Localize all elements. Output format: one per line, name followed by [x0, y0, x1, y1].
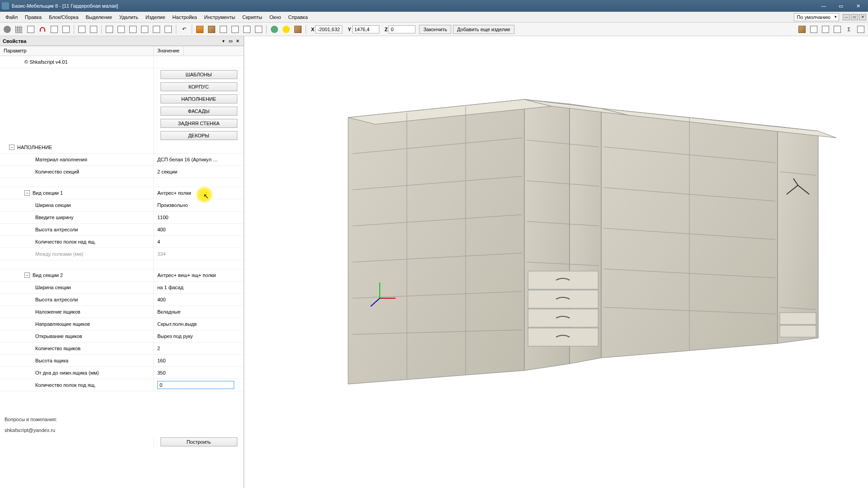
build-button[interactable]: Построить — [160, 437, 237, 446]
menu-file[interactable]: Файл — [2, 13, 21, 21]
script-name: © Shkafscript v4.01 — [0, 56, 154, 68]
collapse-icon[interactable]: − — [24, 272, 30, 278]
section1-header[interactable]: −Вид секции 1 — [0, 187, 154, 199]
tool-panel1-icon[interactable] — [218, 24, 229, 35]
layer-combo[interactable]: По умолчанию — [794, 13, 839, 21]
properties-titlebar: Свойства ▾ ▭ ✕ — [0, 36, 244, 46]
tool-panel4-icon[interactable] — [253, 24, 264, 35]
tool-grid-icon[interactable] — [14, 24, 24, 35]
menu-block[interactable]: Блок/Сборка — [45, 13, 82, 21]
prop-value[interactable]: Вырез под руку — [154, 330, 244, 342]
coord-x-value[interactable]: -2001,632 — [315, 25, 342, 33]
menu-window[interactable]: Окно — [266, 13, 285, 21]
panel-pin-icon[interactable]: ▾ — [220, 38, 226, 44]
menu-selection[interactable]: Выделение — [82, 13, 116, 21]
tool-export5-icon[interactable] — [855, 24, 866, 35]
prop-value[interactable]: 400 — [154, 224, 244, 235]
tool-undo-icon[interactable]: ↶ — [179, 24, 189, 35]
facades-button[interactable]: ФАСАДЫ — [160, 107, 237, 116]
tool-export1-icon[interactable] — [797, 24, 807, 35]
menu-tools[interactable]: Инструменты — [201, 13, 239, 21]
tool-export4-icon[interactable] — [832, 24, 843, 35]
menu-product[interactable]: Изделие — [142, 13, 169, 21]
mdi-minimize-button[interactable]: — — [843, 14, 850, 20]
svg-rect-20 — [528, 271, 598, 289]
prop-label: Между полками (мм) — [0, 248, 154, 260]
menu-delete[interactable]: Удалить — [116, 13, 142, 21]
add-product-button[interactable]: Добавить еще изделие — [453, 25, 514, 34]
prop-value[interactable]: 400 — [154, 294, 244, 305]
editing-input[interactable] — [157, 381, 234, 389]
tool-panel2-icon[interactable] — [230, 24, 241, 35]
prop-value[interactable]: Вкладные — [154, 306, 244, 318]
cursor-icon: ↖ — [203, 192, 209, 200]
prop-value[interactable]: на 1 фасад — [154, 282, 244, 293]
collapse-icon[interactable]: − — [9, 145, 14, 150]
coord-y-value[interactable]: 1476,4 — [352, 25, 379, 33]
menu-edit[interactable]: Правка — [21, 13, 45, 21]
prop-value[interactable]: Скрыт.полн.выдв — [154, 318, 244, 330]
filling-button[interactable]: НАПОЛНЕНИЕ — [160, 94, 237, 103]
menu-settings[interactable]: Настройка — [169, 13, 200, 21]
tool-dim-icon[interactable] — [61, 24, 71, 35]
coord-z-value[interactable]: 0 — [388, 25, 415, 33]
tool-sigma-icon[interactable]: Σ — [844, 24, 854, 35]
panel-close-icon[interactable]: ✕ — [235, 38, 241, 44]
tool-snap-icon[interactable] — [2, 24, 13, 35]
fill-material-value[interactable]: ДСП белая 16 (Артикул … — [154, 154, 244, 165]
tool-camera-icon[interactable] — [88, 24, 99, 35]
tool-refresh-icon[interactable] — [76, 24, 87, 35]
view-left-icon[interactable] — [127, 24, 138, 35]
prop-value[interactable]: 2 — [154, 343, 244, 354]
section-count-value[interactable]: 2 секции — [154, 166, 244, 178]
svg-rect-22 — [528, 309, 598, 327]
tool-light-icon[interactable] — [281, 24, 292, 35]
menu-help[interactable]: Справка — [285, 13, 311, 21]
section2-header[interactable]: −Вид секции 2 — [0, 269, 154, 281]
section2-value[interactable]: Антрес+ веш+ ящ+ полки — [154, 269, 244, 281]
decors-button[interactable]: ДЕКОРЫ — [160, 131, 237, 140]
tool-export3-icon[interactable] — [820, 24, 831, 35]
panel-max-icon[interactable]: ▭ — [227, 38, 234, 44]
body-button[interactable]: КОРПУС — [160, 82, 237, 91]
tool-panel3-icon[interactable] — [241, 24, 252, 35]
view-top-icon[interactable] — [163, 24, 174, 35]
feedback-email: shkafscript@yandex.ru — [0, 425, 244, 436]
prop-value[interactable]: Произвольно — [154, 199, 244, 211]
tool-material1-icon[interactable] — [194, 24, 205, 35]
section-filling-header[interactable]: −НАПОЛНЕНИЕ — [0, 141, 154, 153]
minimize-button[interactable]: — — [816, 1, 832, 10]
tool-export2-icon[interactable] — [808, 24, 819, 35]
mdi-restore-button[interactable]: ▭ — [851, 14, 858, 20]
tool-material2-icon[interactable] — [206, 24, 217, 35]
view-front-icon[interactable] — [104, 24, 115, 35]
tool-magnet-icon[interactable] — [37, 24, 48, 35]
finish-button[interactable]: Закончить — [419, 25, 451, 34]
menu-scripts[interactable]: Скрипты — [239, 13, 266, 21]
view-right-icon[interactable] — [139, 24, 150, 35]
viewport-3d[interactable] — [244, 36, 868, 488]
prop-label: Количество ящиков — [0, 343, 154, 354]
view-back-icon[interactable] — [116, 24, 127, 35]
view-iso-icon[interactable] — [151, 24, 162, 35]
collapse-icon[interactable]: − — [24, 190, 30, 196]
prop-label: Открывание ящиков — [0, 330, 154, 342]
prop-value[interactable]: 4 — [154, 236, 244, 248]
prop-value[interactable]: 160 — [154, 355, 244, 366]
prop-value[interactable]: 1100 — [154, 211, 244, 223]
tool-texture-icon[interactable] — [292, 24, 303, 35]
backwall-button[interactable]: ЗАДНЯЯ СТЕНКА — [160, 119, 237, 128]
prop-label: Введите ширину — [0, 211, 154, 223]
tool-ortho-icon[interactable] — [25, 24, 36, 35]
prop-value[interactable]: 350 — [154, 367, 244, 379]
section1-value[interactable]: Антрес+ полки ↖ — [154, 187, 244, 199]
tool-measure-icon[interactable] — [49, 24, 60, 35]
svg-rect-23 — [528, 328, 598, 346]
mdi-close-button[interactable]: ✕ — [859, 14, 866, 20]
templates-button[interactable]: ШАБЛОНЫ — [160, 70, 237, 79]
close-button[interactable]: ✕ — [850, 1, 866, 10]
titlebar: Базис-Мебельщик 8 - [11 Гардеробная мала… — [0, 0, 868, 12]
tool-gear-icon[interactable] — [269, 24, 280, 35]
prop-value[interactable]: 334 — [154, 248, 244, 260]
maximize-button[interactable]: ▭ — [833, 1, 849, 10]
